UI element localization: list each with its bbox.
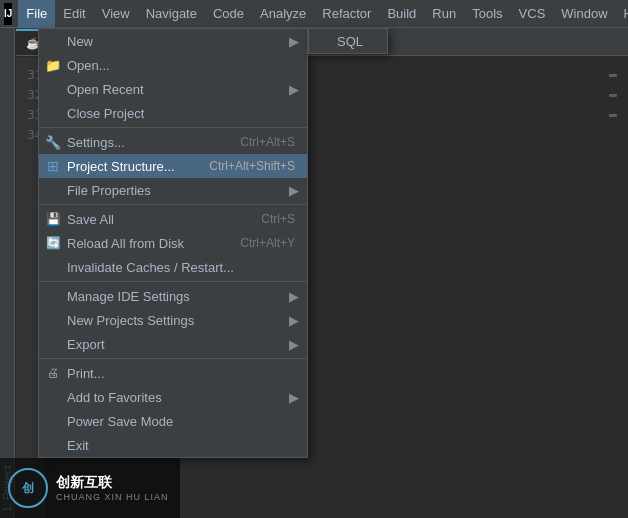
menu-item-new[interactable]: New ▶: [39, 29, 307, 53]
gutter-marker-3: [609, 114, 617, 117]
menu-edit[interactable]: Edit: [55, 0, 93, 28]
gutter-marker-1: [609, 74, 617, 77]
menu-item-print[interactable]: 🖨 Print...: [39, 361, 307, 385]
separator-1: [39, 127, 307, 128]
sql-label: SQL: [337, 34, 363, 49]
company-logo-icon: 创: [8, 468, 48, 508]
menu-item-close-project[interactable]: Close Project: [39, 101, 307, 125]
save-shortcut: Ctrl+S: [241, 212, 295, 226]
menu-help[interactable]: Help: [616, 0, 628, 28]
company-logo-area: 创 创新互联 CHUANG XIN HU LIAN: [0, 458, 180, 518]
reload-icon: 🔄: [43, 236, 63, 250]
menu-build[interactable]: Build: [379, 0, 424, 28]
wrench-icon: 🔧: [43, 135, 63, 150]
menu-item-open[interactable]: 📁 Open...: [39, 53, 307, 77]
company-name-cn: 创新互联: [56, 474, 169, 492]
separator-2: [39, 204, 307, 205]
menu-item-file-properties[interactable]: File Properties ▶: [39, 178, 307, 202]
ide-logo: IJ: [4, 3, 12, 25]
menu-file[interactable]: File: [18, 0, 55, 28]
print-icon: 🖨: [43, 366, 63, 380]
menu-view[interactable]: View: [94, 0, 138, 28]
arrow-icon: ▶: [289, 390, 299, 405]
arrow-icon: ▶: [289, 183, 299, 198]
menu-item-manage-ide-settings[interactable]: Manage IDE Settings ▶: [39, 284, 307, 308]
arrow-icon: ▶: [289, 313, 299, 328]
menu-window[interactable]: Window: [553, 0, 615, 28]
project-structure-icon: ⊞: [43, 158, 63, 174]
menu-item-project-structure[interactable]: ⊞ Project Structure... Ctrl+Alt+Shift+S: [39, 154, 307, 178]
separator-4: [39, 358, 307, 359]
menu-run[interactable]: Run: [424, 0, 464, 28]
menu-item-export[interactable]: Export ▶: [39, 332, 307, 356]
file-dropdown-menu: New ▶ 📁 Open... Open Recent ▶ Close Proj…: [38, 28, 308, 458]
project-structure-shortcut: Ctrl+Alt+Shift+S: [189, 159, 295, 173]
project-sidebar: 1: Project: [0, 28, 15, 518]
menu-item-invalidate-caches[interactable]: Invalidate Caches / Restart...: [39, 255, 307, 279]
arrow-icon: ▶: [289, 34, 299, 49]
menu-item-add-favorites[interactable]: Add to Favorites ▶: [39, 385, 307, 409]
menu-analyze[interactable]: Analyze: [252, 0, 314, 28]
arrow-icon: ▶: [289, 337, 299, 352]
menu-code[interactable]: Code: [205, 0, 252, 28]
menu-item-settings[interactable]: 🔧 Settings... Ctrl+Alt+S: [39, 130, 307, 154]
separator-3: [39, 281, 307, 282]
menu-item-save-all[interactable]: 💾 Save All Ctrl+S: [39, 207, 307, 231]
menu-refactor[interactable]: Refactor: [314, 0, 379, 28]
menu-tools[interactable]: Tools: [464, 0, 510, 28]
menubar: IJ File Edit View Navigate Code Analyze …: [0, 0, 628, 28]
company-name-pinyin: CHUANG XIN HU LIAN: [56, 492, 169, 502]
settings-shortcut: Ctrl+Alt+S: [220, 135, 295, 149]
save-icon: 💾: [43, 212, 63, 226]
menu-navigate[interactable]: Navigate: [138, 0, 205, 28]
gutter-scrollbar: [606, 64, 618, 518]
company-logo-text: 创新互联 CHUANG XIN HU LIAN: [56, 474, 169, 502]
arrow-icon: ▶: [289, 82, 299, 97]
menu-item-new-projects-settings[interactable]: New Projects Settings ▶: [39, 308, 307, 332]
folder-icon: 📁: [43, 58, 63, 73]
reload-shortcut: Ctrl+Alt+Y: [220, 236, 295, 250]
menu-item-exit[interactable]: Exit: [39, 433, 307, 457]
arrow-icon: ▶: [289, 289, 299, 304]
menu-item-open-recent[interactable]: Open Recent ▶: [39, 77, 307, 101]
menu-item-reload[interactable]: 🔄 Reload All from Disk Ctrl+Alt+Y: [39, 231, 307, 255]
menu-item-power-save[interactable]: Power Save Mode: [39, 409, 307, 433]
gutter-marker-2: [609, 94, 617, 97]
sidebar-project-tab[interactable]: 1: Project: [0, 28, 14, 518]
submenu-item-sql[interactable]: SQL: [309, 29, 387, 53]
menu-vcs[interactable]: VCS: [511, 0, 554, 28]
